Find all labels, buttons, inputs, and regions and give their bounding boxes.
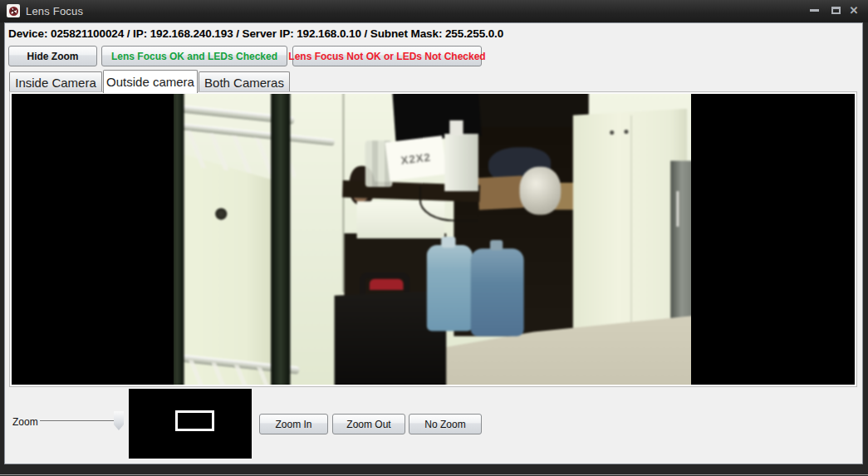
window-title: Lens Focus bbox=[26, 5, 83, 17]
scene-white-bag bbox=[520, 167, 562, 215]
tab-both-cameras[interactable]: Both Cameras bbox=[199, 71, 290, 92]
scene-rack-post bbox=[174, 94, 184, 385]
maximize-button[interactable] bbox=[826, 2, 846, 18]
zoom-slider-track[interactable] bbox=[40, 420, 124, 422]
minimize-button[interactable] bbox=[804, 2, 824, 18]
hide-zoom-button[interactable]: Hide Zoom bbox=[8, 46, 97, 66]
scene-water-jug-cap bbox=[490, 240, 503, 250]
zoom-in-button[interactable]: Zoom In bbox=[259, 414, 328, 434]
minimize-icon bbox=[810, 9, 819, 12]
tab-outside-camera[interactable]: Outside camera bbox=[103, 70, 198, 93]
scene-water-jug bbox=[427, 245, 473, 331]
scene-water-jug bbox=[471, 248, 524, 336]
zoom-viewport-rect[interactable] bbox=[175, 410, 214, 431]
scene-water-jug-cap bbox=[441, 237, 455, 248]
device-info-text: Device: 025821100024 / IP: 192.168.240.1… bbox=[8, 27, 503, 40]
scene-cabinet-door-split bbox=[631, 115, 632, 331]
camera-panel: X2X2 bbox=[9, 91, 857, 387]
lens-focus-ok-button[interactable]: Lens Focus OK and LEDs Checked bbox=[101, 46, 287, 66]
app-icon bbox=[7, 4, 20, 17]
scene-cabinet-hole bbox=[215, 208, 227, 219]
close-button[interactable]: ✕ bbox=[844, 2, 864, 18]
scene-cabinet-knob bbox=[610, 130, 614, 135]
zoom-slider[interactable] bbox=[40, 407, 126, 434]
scene-cabinet-knob bbox=[624, 130, 628, 134]
scene-printer-top bbox=[449, 120, 463, 135]
no-zoom-button[interactable]: No Zoom bbox=[409, 414, 482, 434]
app-window: Lens Focus ✕ Device: 025821100024 / IP: … bbox=[0, 0, 868, 476]
zoom-out-button[interactable]: Zoom Out bbox=[332, 414, 405, 434]
lens-focus-not-ok-button[interactable]: Lens Focus Not OK or LEDs Not Checked bbox=[292, 46, 482, 66]
scene-x2x2-box: X2X2 bbox=[385, 135, 447, 181]
camera-scene: X2X2 bbox=[174, 94, 691, 385]
zoom-slider-thumb[interactable] bbox=[114, 411, 124, 430]
scene-fridge-handle bbox=[676, 191, 679, 227]
scene-left-cabinet bbox=[184, 154, 273, 385]
camera-feed: X2X2 bbox=[174, 94, 691, 385]
title-bar: Lens Focus ✕ bbox=[0, 0, 868, 22]
tab-inside-camera[interactable]: Inside Camera bbox=[9, 71, 102, 92]
maximize-icon bbox=[831, 7, 841, 14]
scene-cardboard-box bbox=[478, 175, 524, 209]
camera-canvas: X2X2 bbox=[12, 94, 855, 385]
scene-printer bbox=[444, 134, 478, 191]
scene-rack-post bbox=[271, 94, 290, 385]
zoom-slider-label: Zoom bbox=[12, 416, 38, 428]
zoom-thumbnail bbox=[129, 389, 252, 459]
